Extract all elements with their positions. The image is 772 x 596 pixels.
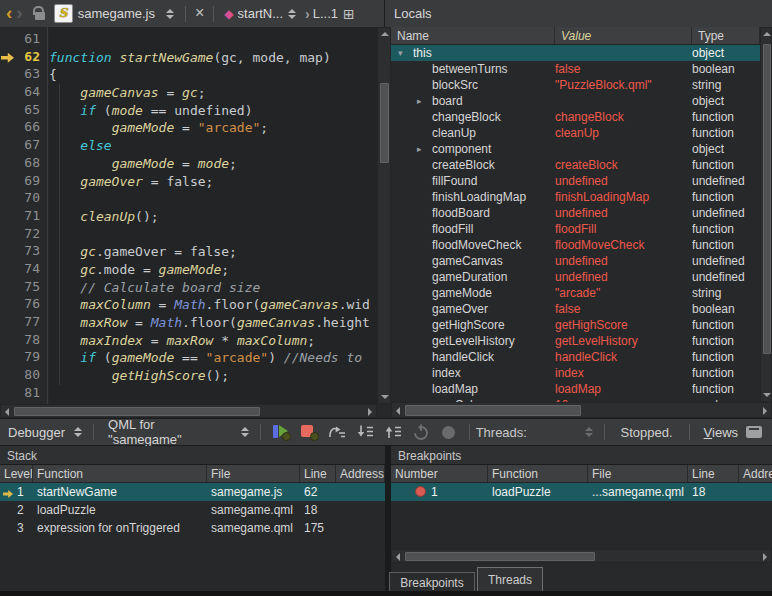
symbol-dropdown-icon[interactable] <box>288 9 296 19</box>
restart-button[interactable] <box>409 421 433 443</box>
locals-row[interactable]: floodFillfloodFillfunction <box>391 221 760 237</box>
locals-row[interactable]: createBlockcreateBlockfunction <box>391 157 760 173</box>
locals-row[interactable]: fillFoundundefinedundefined <box>391 173 760 189</box>
scrollbar-handle[interactable] <box>14 407 260 416</box>
breakpoints-column-line[interactable]: Line <box>688 465 739 482</box>
locals-row[interactable]: cleanUpcleanUpfunction <box>391 125 760 141</box>
stack-frame-row[interactable]: 1startNewGamesamegame.js62 <box>0 483 385 501</box>
stack-column-file[interactable]: File <box>207 465 300 482</box>
locals-horizontal-scrollbar[interactable] <box>391 402 772 418</box>
step-into-button[interactable] <box>353 421 377 443</box>
interrupt-button[interactable] <box>297 421 321 443</box>
collapse-arrow-icon[interactable]: ▾ <box>398 48 413 58</box>
scrollbar-handle[interactable] <box>380 83 389 163</box>
line-number[interactable]: 75 <box>0 279 47 297</box>
breakpoints-column-file[interactable]: File <box>588 465 688 482</box>
stack-column-line[interactable]: Line <box>300 465 336 482</box>
line-number[interactable]: 64 <box>0 84 47 102</box>
scroll-left-icon[interactable] <box>396 407 400 415</box>
step-out-button[interactable] <box>381 421 405 443</box>
scroll-down-icon[interactable] <box>763 393 771 397</box>
scroll-up-icon[interactable] <box>763 32 771 36</box>
scrollbar-handle[interactable] <box>405 405 581 416</box>
continue-button[interactable] <box>269 421 293 443</box>
line-number[interactable]: 66 <box>0 119 47 137</box>
locals-row[interactable]: floodBoardundefinedundefined <box>391 205 760 221</box>
stack-column-address[interactable]: Address <box>336 465 385 482</box>
editor-horizontal-scrollbar[interactable] <box>0 404 377 418</box>
locals-row[interactable]: handleClickhandleClickfunction <box>391 349 760 365</box>
locals-row[interactable]: gameOverfalseboolean <box>391 301 760 317</box>
locals-row[interactable]: getLevelHistorygetLevelHistoryfunction <box>391 333 760 349</box>
breakpoints-column-function[interactable]: Function <box>488 465 588 482</box>
views-menu-button[interactable]: Views <box>704 425 738 440</box>
locals-row[interactable]: ▸componentobject <box>391 141 760 157</box>
line-number-gutter[interactable]: 6162636465666768697071727374757677787980… <box>0 27 48 404</box>
scroll-left-icon[interactable] <box>396 553 400 561</box>
threads-dropdown[interactable]: Threads: <box>476 425 598 440</box>
line-number[interactable]: 77 <box>0 314 47 332</box>
locals-row[interactable]: loadMaploadMapfunction <box>391 381 760 397</box>
target-dropdown-icon[interactable] <box>241 427 249 437</box>
scrollbar-handle[interactable] <box>405 552 595 561</box>
line-number[interactable]: 67 <box>0 137 47 155</box>
locals-row[interactable]: changeBlockchangeBlockfunction <box>391 109 760 125</box>
engine-dropdown-icon[interactable] <box>74 427 82 437</box>
locals-row[interactable]: finishLoadingMapfinishLoadingMapfunction <box>391 189 760 205</box>
line-number[interactable]: 73 <box>0 243 47 261</box>
debug-target-dropdown[interactable]: QML for "samegame" <box>108 417 232 447</box>
locals-column-type[interactable]: Type <box>692 27 760 44</box>
locals-vertical-scrollbar[interactable] <box>760 27 772 402</box>
expand-arrow-icon[interactable]: ▸ <box>417 144 432 154</box>
open-document-name[interactable]: samegame.js <box>78 6 155 21</box>
stack-column-level[interactable]: Level <box>0 465 33 482</box>
split-editor-icon[interactable]: ⊞ <box>343 6 355 22</box>
record-button[interactable] <box>437 421 461 443</box>
stack-frame-row[interactable]: 2loadPuzzlesamegame.qml18 <box>0 501 385 519</box>
document-dropdown-icon[interactable] <box>166 9 174 19</box>
step-over-button[interactable] <box>325 421 349 443</box>
line-number[interactable]: 79 <box>0 349 47 367</box>
expand-arrow-icon[interactable]: ▸ <box>417 96 432 106</box>
debug-engine-dropdown[interactable]: Debugger <box>8 425 65 440</box>
line-number[interactable]: 71 <box>0 208 47 226</box>
line-number[interactable]: 72 <box>0 226 47 244</box>
close-icon[interactable]: × <box>195 4 204 22</box>
scroll-down-icon[interactable] <box>381 395 389 399</box>
code-editor[interactable]: function startNewGame(gc, mode, map){ ga… <box>49 27 377 404</box>
stack-frame-row[interactable]: 3expression for onTriggeredsamegame.qml1… <box>0 519 385 537</box>
line-number[interactable]: 78 <box>0 332 47 350</box>
breakpoints-column-number[interactable]: Number <box>391 465 488 482</box>
breakpoint-row[interactable]: 1loadPuzzle...samegame.qml18 <box>391 483 772 501</box>
line-number[interactable]: 65 <box>0 102 47 120</box>
locals-row[interactable]: gameMode"arcade"string <box>391 285 760 301</box>
line-number[interactable]: 63 <box>0 66 47 84</box>
scroll-up-icon[interactable] <box>381 32 389 36</box>
breakpoints-horizontal-scrollbar[interactable] <box>391 549 772 563</box>
back-icon[interactable]: ‹ <box>6 3 12 23</box>
locals-row[interactable]: blockSrc"PuzzleBlock.qml"string <box>391 77 760 93</box>
line-number[interactable]: 62 <box>0 49 47 67</box>
scrollbar-handle[interactable] <box>763 44 771 354</box>
forward-icon[interactable]: › <box>16 3 22 23</box>
scroll-right-icon[interactable] <box>368 408 372 416</box>
line-number[interactable]: 76 <box>0 296 47 314</box>
locals-column-value[interactable]: Value <box>555 27 692 44</box>
scroll-right-icon[interactable] <box>763 553 767 561</box>
line-number[interactable]: 80 <box>0 367 47 385</box>
locals-row[interactable]: gameDurationundefinedundefined <box>391 269 760 285</box>
stack-column-function[interactable]: Function <box>33 465 207 482</box>
tab-threads[interactable]: Threads <box>477 567 543 593</box>
scroll-right-icon[interactable] <box>763 407 767 415</box>
scroll-left-icon[interactable] <box>5 408 9 416</box>
views-menu-icon[interactable] <box>746 426 762 438</box>
locals-row[interactable]: gameCanvasundefinedundefined <box>391 253 760 269</box>
overflow-chevron-icon[interactable]: › <box>305 6 310 22</box>
locals-row[interactable]: indexindexfunction <box>391 365 760 381</box>
line-number[interactable]: 81 <box>0 385 47 403</box>
locals-column-name[interactable]: Name <box>391 27 555 44</box>
locals-row[interactable]: ▾thisobject <box>391 45 760 61</box>
symbol-dropdown[interactable]: startN... <box>238 6 284 21</box>
line-number[interactable]: 68 <box>0 155 47 173</box>
locals-row[interactable]: getHighScoregetHighScorefunction <box>391 317 760 333</box>
